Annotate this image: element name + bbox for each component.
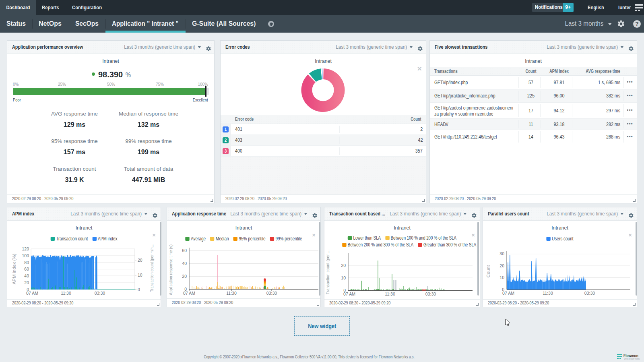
svg-text:30: 30 (500, 251, 504, 256)
svg-text:20: 20 (500, 263, 504, 268)
svg-text:07 AM: 07 AM (26, 291, 38, 296)
svg-text:20: 20 (138, 258, 142, 263)
svg-text:Transaction count (per …: Transaction count (per … (325, 249, 330, 294)
svg-text:10: 10 (341, 275, 346, 280)
svg-text:07 AM: 07 AM (343, 292, 355, 296)
svg-text:20: 20 (24, 280, 29, 285)
svg-text:03:30: 03:30 (584, 291, 595, 296)
svg-text:11:30: 11:30 (226, 291, 237, 296)
svg-text:10: 10 (500, 275, 504, 280)
svg-text:03:30: 03:30 (95, 291, 105, 296)
svg-text:20: 20 (341, 263, 346, 268)
svg-text:120: 120 (22, 246, 29, 251)
svg-text:Transaction count (per min…: Transaction count (per min… (149, 244, 154, 292)
svg-text:03:30: 03:30 (425, 292, 436, 296)
svg-text:0: 0 (138, 287, 140, 292)
svg-text:20: 20 (182, 274, 187, 279)
svg-text:80: 80 (24, 260, 29, 265)
svg-text:07 AM: 07 AM (183, 291, 195, 296)
svg-text:07 AM: 07 AM (502, 291, 514, 296)
svg-text:APM index (%): APM index (%) (12, 253, 17, 284)
svg-text:100: 100 (22, 253, 29, 258)
svg-text:40: 40 (24, 273, 29, 278)
svg-text:60: 60 (24, 267, 29, 271)
svg-text:11:30: 11:30 (385, 292, 395, 296)
svg-text:11:30: 11:30 (61, 291, 71, 296)
svg-text:60: 60 (182, 248, 187, 253)
svg-text:Application response time (s): Application response time (s) (168, 244, 173, 295)
svg-text:40: 40 (182, 261, 187, 266)
svg-text:11:30: 11:30 (543, 291, 553, 296)
svg-text:Count: Count (486, 265, 491, 277)
svg-text:10: 10 (138, 273, 142, 277)
svg-text:03:30: 03:30 (266, 291, 277, 296)
